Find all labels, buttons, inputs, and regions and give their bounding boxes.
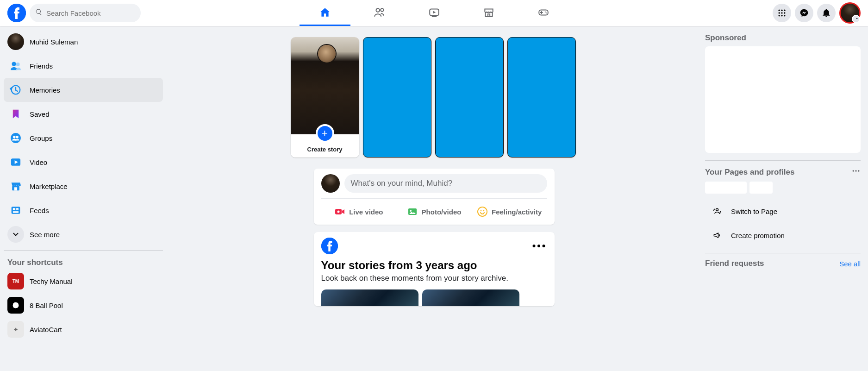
svg-point-16 [16, 63, 20, 66]
memory-thumb[interactable] [321, 289, 418, 306]
svg-point-5 [545, 13, 546, 13]
sidebar-item-feeds[interactable]: Feeds [4, 198, 163, 222]
marketplace-icon [7, 178, 24, 195]
create-story-card[interactable]: + Create story [291, 37, 359, 157]
svg-rect-26 [16, 208, 19, 209]
sponsored-placeholder[interactable] [705, 46, 861, 153]
account-avatar-button[interactable] [839, 2, 861, 24]
switch-icon [709, 203, 725, 220]
composer-top: What's on your mind, Muhid? [321, 174, 547, 199]
svg-point-31 [337, 211, 340, 213]
story-card[interactable] [435, 37, 504, 157]
bell-icon [822, 8, 831, 18]
friends-icon [7, 57, 24, 74]
messenger-icon [799, 8, 809, 18]
svg-point-36 [483, 210, 485, 212]
shortcut-item[interactable]: 8 Ball Pool [4, 293, 163, 317]
svg-point-42 [855, 170, 856, 171]
composer-input[interactable]: What's on your mind, Muhid? [344, 174, 547, 193]
button-label: Feeling/activity [492, 208, 542, 216]
sidebar-item-label: Groups [30, 134, 52, 142]
sidebar-item-label: Saved [30, 110, 50, 118]
messenger-button[interactable] [795, 4, 813, 22]
composer-actions: Live video Photo/video Feeling/activity [321, 199, 547, 221]
svg-point-13 [781, 15, 782, 16]
svg-point-38 [532, 245, 535, 247]
button-label: Live video [349, 208, 383, 216]
memory-thumb[interactable] [422, 289, 519, 306]
sidebar-item-groups[interactable]: Groups [4, 126, 163, 150]
story-card[interactable] [363, 37, 431, 157]
sidebar-item-label: Muhid Suleman [30, 38, 78, 46]
sidebar-item-marketplace[interactable]: Marketplace [4, 174, 163, 198]
shortcut-item[interactable]: ✈ AviatoCart [4, 317, 163, 341]
sidebar-item-label: Feeds [30, 207, 49, 214]
divider [705, 160, 861, 161]
svg-point-14 [784, 15, 785, 16]
main-layout: Muhid Suleman Friends Memories Saved Gro [0, 26, 868, 371]
chevron-down-icon [855, 14, 859, 23]
avatar[interactable] [321, 174, 340, 193]
svg-point-41 [853, 170, 854, 171]
card-menu-button[interactable] [531, 238, 547, 254]
photo-icon [407, 206, 418, 217]
shortcut-label: 8 Ball Pool [30, 302, 63, 309]
heading-label: Sponsored [705, 33, 746, 43]
photo-video-button[interactable]: Photo/video [396, 202, 472, 221]
sidebar-item-video[interactable]: Video [4, 150, 163, 174]
svg-point-10 [781, 12, 782, 13]
page-card[interactable] [705, 182, 747, 194]
sidebar-item-profile[interactable]: Muhid Suleman [4, 30, 163, 54]
svg-rect-25 [13, 208, 15, 210]
nav-tab-home[interactable] [300, 0, 350, 26]
see-all-link[interactable]: See all [839, 260, 861, 268]
svg-point-9 [779, 12, 780, 13]
story-self-photo [291, 37, 359, 134]
menu-grid-button[interactable] [773, 4, 791, 22]
shortcut-item[interactable]: TM Techy Manual [4, 269, 163, 293]
sidebar-item-seemore[interactable]: See more [4, 222, 163, 246]
dots-icon [531, 238, 547, 254]
feeling-icon [477, 206, 488, 217]
nav-tab-friends[interactable] [354, 0, 405, 26]
nav-tab-marketplace[interactable] [463, 0, 514, 26]
live-video-button[interactable]: Live video [321, 202, 397, 221]
svg-point-35 [481, 210, 482, 212]
shortcuts-heading: Your shortcuts [4, 254, 163, 269]
live-video-icon [334, 206, 345, 217]
pages-menu-button[interactable] [851, 166, 861, 178]
feeling-button[interactable]: Feeling/activity [472, 202, 547, 221]
shortcut-icon: ✈ [7, 321, 24, 338]
nav-tab-gaming[interactable] [518, 0, 569, 26]
marketplace-icon [483, 6, 495, 19]
link-label: Create promotion [731, 232, 785, 239]
sidebar-item-memories[interactable]: Memories [4, 78, 163, 102]
switch-to-page-button[interactable]: Switch to Page [705, 199, 861, 223]
search-bar[interactable] [30, 4, 141, 22]
search-input[interactable] [46, 9, 135, 17]
notifications-button[interactable] [817, 4, 836, 22]
sidebar-item-saved[interactable]: Saved [4, 102, 163, 126]
sidebar-item-friends[interactable]: Friends [4, 54, 163, 78]
right-column: Sponsored Your Pages and profiles Switch… [701, 26, 868, 371]
svg-point-19 [13, 136, 15, 138]
top-nav [0, 0, 868, 26]
grid-icon [777, 8, 787, 18]
plus-icon: + [316, 124, 334, 143]
memories-subtitle: Look back on these moments from your sto… [321, 274, 547, 283]
page-card[interactable] [749, 182, 773, 194]
heading-label: Your Pages and profiles [705, 168, 794, 177]
nav-tab-video[interactable] [409, 0, 460, 26]
create-promotion-button[interactable]: Create promotion [705, 223, 861, 247]
story-card[interactable] [507, 37, 576, 157]
left-sidebar: Muhid Suleman Friends Memories Saved Gro [0, 26, 167, 371]
facebook-logo[interactable] [7, 4, 26, 22]
pages-heading: Your Pages and profiles [705, 166, 861, 178]
sponsored-heading: Sponsored [705, 33, 861, 43]
heading-label: Friend requests [705, 259, 764, 268]
center-column: + Create story What's on your mind, Muhi… [167, 26, 701, 371]
memories-body [321, 289, 547, 306]
search-icon [35, 8, 43, 18]
svg-point-11 [784, 12, 785, 13]
feeds-icon [7, 202, 24, 219]
